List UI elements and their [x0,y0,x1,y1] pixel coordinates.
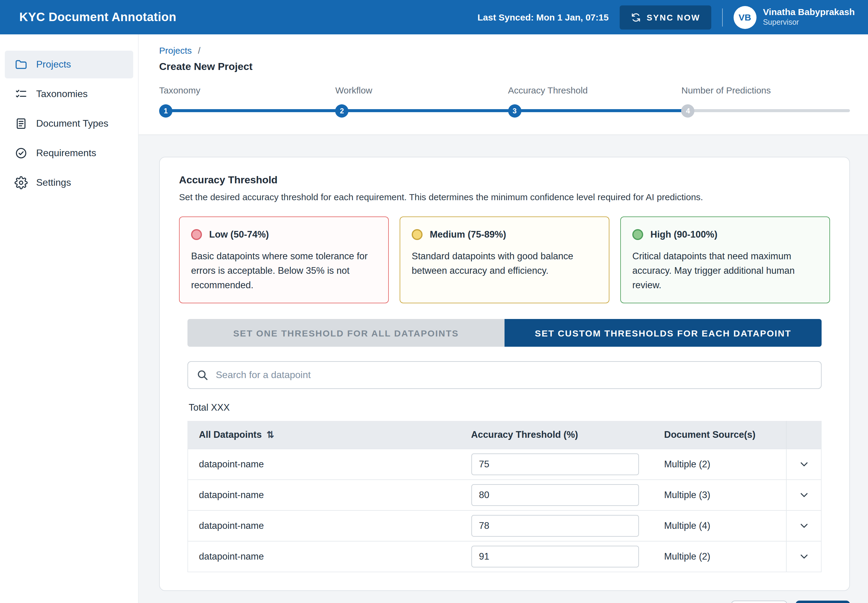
col-header-accuracy-threshold: Accuracy Threshold (%) [460,429,653,440]
document-sources: Multiple (2) [653,551,786,562]
medium-dot-icon [412,229,423,240]
panel-title: Accuracy Threshold [179,174,830,186]
col-header-all-datapoints: All Datapoints [199,429,262,440]
content-area: Accuracy Threshold Set the desired accur… [139,135,868,603]
sidebar-item-label: Document Types [36,118,108,129]
step-circle-1[interactable]: 1 [159,104,172,118]
sidebar-item-label: Requirements [36,148,96,159]
table-row: datapoint-name Multiple (3) [188,479,821,510]
threshold-level-cards: Low (50-74%) Basic datapoints where some… [179,216,830,303]
step-circle-4[interactable]: 4 [681,104,695,118]
gear-icon [14,176,28,189]
chevron-down-icon [798,520,809,531]
level-title: Medium (75-89%) [430,227,506,242]
refresh-icon [630,12,641,23]
expand-row-button[interactable] [786,449,821,479]
datapoint-search [187,361,822,389]
sidebar-item-settings[interactable]: Settings [5,169,133,196]
sidebar: Projects Taxonomies Document Types Requi… [0,34,139,603]
user-name: Vinatha Babyprakash [763,7,855,19]
level-card-low: Low (50-74%) Basic datapoints where some… [179,216,389,303]
search-input[interactable] [187,361,822,389]
threshold-input[interactable] [471,515,639,537]
set-one-threshold-button[interactable]: SET ONE THRESHOLD FOR ALL DATAPOINTS [187,319,505,347]
page: KYC Document Annotation Last Synced: Mon… [0,0,868,603]
document-icon [14,117,28,130]
expand-row-button[interactable] [786,511,821,541]
sidebar-item-label: Projects [36,59,71,70]
expand-row-button[interactable] [786,480,821,510]
sidebar-item-label: Settings [36,177,71,188]
topbar-divider [722,8,723,26]
datapoint-name: datapoint-name [188,520,460,531]
total-count: Total XXX [187,402,822,413]
user-role: Supervisor [763,18,855,28]
threshold-mode-toggle: SET ONE THRESHOLD FOR ALL DATAPOINTS SET… [187,319,822,347]
table-header-row: All Datapoints ⇅ Accuracy Threshold (%) … [188,421,821,448]
sidebar-item-label: Taxonomies [36,89,88,99]
datapoint-name: datapoint-name [188,490,460,501]
document-sources: Multiple (2) [653,459,786,470]
level-card-medium: Medium (75-89%) Standard datapoints with… [400,216,609,303]
sync-now-button[interactable]: SYNC NOW [619,5,711,29]
low-dot-icon [191,229,202,240]
step-label-workflow: Workflow [335,85,372,95]
avatar: VB [733,6,756,29]
sort-icon[interactable]: ⇅ [266,429,274,440]
search-icon [196,368,209,382]
back-button[interactable]: BACK [731,601,787,603]
panel-description: Set the desired accuracy threshold for e… [179,192,830,202]
threshold-input[interactable] [471,546,639,567]
datapoint-name: datapoint-name [188,551,460,562]
sidebar-item-requirements[interactable]: Requirements [5,139,133,167]
table-row: datapoint-name Multiple (4) [188,510,821,541]
level-card-high: High (90-100%) Critical datapoints that … [620,216,830,303]
datapoints-table: All Datapoints ⇅ Accuracy Threshold (%) … [187,421,822,572]
next-button[interactable]: NEXT [795,601,850,603]
wizard-footer: BACK NEXT [159,601,850,603]
document-sources: Multiple (4) [653,520,786,531]
document-sources: Multiple (3) [653,490,786,501]
datapoint-name: datapoint-name [188,459,460,470]
level-title: Low (50-74%) [209,227,269,242]
topbar: KYC Document Annotation Last Synced: Mon… [0,0,868,34]
set-custom-thresholds-button[interactable]: SET CUSTOM THRESHOLDS FOR EACH DATAPOINT [505,319,822,347]
step-label-accuracy-threshold: Accuracy Threshold [508,85,588,95]
stepper-track: 1 2 3 4 [159,104,850,118]
col-header-expand [786,421,821,448]
breadcrumb: Projects / [159,45,850,56]
level-description: Basic datapoints where some tolerance fo… [191,249,377,292]
sidebar-item-taxonomies[interactable]: Taxonomies [5,80,133,108]
step-circle-3[interactable]: 3 [508,104,521,118]
level-title: High (90-100%) [650,227,717,242]
sidebar-item-projects[interactable]: Projects [5,51,133,78]
app-title: KYC Document Annotation [19,10,176,24]
chevron-down-icon [798,551,809,562]
step-label-taxonomy: Taxonomy [159,85,201,95]
level-description: Standard datapoints with good balance be… [412,249,597,278]
last-synced-text: Last Synced: Mon 1 Jan, 07:15 [477,12,609,22]
step-label-number-of-predictions: Number of Predictions [681,85,771,95]
stepper-track-progress [160,109,689,112]
expand-row-button[interactable] [786,541,821,572]
threshold-input[interactable] [471,484,639,506]
accuracy-threshold-panel: Accuracy Threshold Set the desired accur… [159,157,850,591]
chevron-down-icon [798,459,809,470]
level-description: Critical datapoints that need maximum ac… [632,249,818,292]
topbar-right: Last Synced: Mon 1 Jan, 07:15 SYNC NOW V… [477,5,855,29]
threshold-input[interactable] [471,453,639,475]
checklist-icon [14,87,28,101]
stepper: Taxonomy Workflow Accuracy Threshold Num… [159,85,850,120]
folder-icon [14,58,28,71]
step-circle-2[interactable]: 2 [335,104,348,118]
chevron-down-icon [798,490,809,501]
user-menu[interactable]: VB Vinatha Babyprakash Supervisor [733,6,855,29]
breadcrumb-separator: / [198,45,201,56]
page-title: Create New Project [159,61,850,73]
sidebar-item-document-types[interactable]: Document Types [5,110,133,138]
high-dot-icon [632,229,643,240]
table-row: datapoint-name Multiple (2) [188,541,821,572]
col-header-document-sources: Document Source(s) [653,429,786,440]
page-header: Projects / Create New Project Taxonomy W… [139,34,868,135]
breadcrumb-projects-link[interactable]: Projects [159,45,192,56]
